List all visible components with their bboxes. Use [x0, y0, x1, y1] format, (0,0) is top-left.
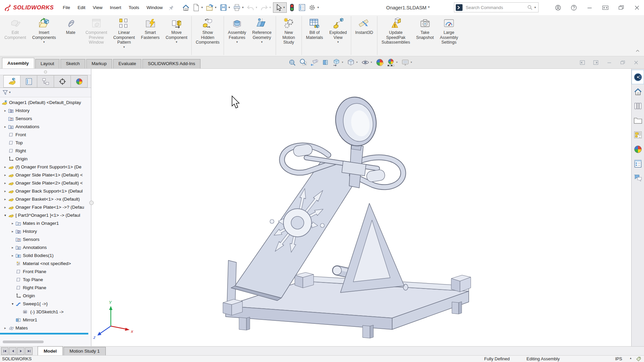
- vieworient-button[interactable]: ▾: [332, 58, 344, 67]
- open-button[interactable]: ▾: [205, 2, 218, 13]
- tree-expand-arrow[interactable]: ▸: [10, 229, 15, 233]
- tab-nav-prev-button[interactable]: [9, 347, 16, 355]
- tag-icon[interactable]: [636, 356, 641, 361]
- tab-layout[interactable]: Layout: [35, 59, 60, 68]
- displaystyle-button[interactable]: ▾: [346, 58, 359, 67]
- show-hidden-components-button[interactable]: ShowHiddenComponents: [193, 15, 223, 56]
- tree-filter-bar[interactable]: ▾: [0, 88, 91, 97]
- panel-tab-displaymanager[interactable]: [71, 75, 88, 88]
- tree-hscrollbar-thumb[interactable]: [3, 341, 44, 343]
- pin-menu-icon[interactable]: [168, 5, 174, 11]
- taskpane-sw-resources-button[interactable]: [632, 70, 644, 84]
- taskpane-file-explorer-button[interactable]: [632, 113, 644, 127]
- linear-component-pattern-button[interactable]: LinearComponentPattern▾: [110, 15, 138, 56]
- tree-item[interactable]: Top Plane: [0, 275, 91, 283]
- restore-button[interactable]: [617, 4, 625, 11]
- menu-edit[interactable]: Edit: [74, 0, 89, 15]
- tree-item[interactable]: ▸History: [0, 227, 91, 235]
- mate-button[interactable]: Mate: [59, 15, 83, 56]
- tree-item[interactable]: ▾Sweep1{ ->}: [0, 300, 91, 308]
- tree-expand-arrow[interactable]: ▸: [3, 326, 8, 330]
- zoomarea-button[interactable]: [298, 58, 308, 67]
- tab-motion-study-1[interactable]: Motion Study 1: [63, 347, 106, 355]
- help-button[interactable]: [570, 4, 578, 11]
- tree-item[interactable]: Material <not specified>: [0, 259, 91, 267]
- tree-expand-arrow[interactable]: ▸: [3, 109, 8, 112]
- undo-button[interactable]: ▾: [246, 2, 259, 13]
- tree-item[interactable]: ▸AAnnotations: [0, 122, 91, 131]
- insert-components-button[interactable]: InsertComponents▾: [29, 15, 59, 56]
- scene-dropdown-caret[interactable]: ▾: [396, 61, 398, 64]
- ribbon-dropdown-caret[interactable]: ▾: [123, 46, 125, 49]
- tree-expand-arrow[interactable]: ▸: [3, 181, 8, 185]
- selectarrow-button[interactable]: ▾: [273, 2, 287, 13]
- tree-item[interactable]: ▸History: [0, 106, 91, 114]
- print-dropdown-caret[interactable]: ▾: [242, 6, 244, 9]
- tree-item[interactable]: ▾[ Part3^Onager1 ]<1> -> (Defaul: [0, 211, 91, 219]
- large-assembly-settings-button[interactable]: LargeAssemblySettings: [437, 15, 461, 56]
- taskpane-custom-properties-button[interactable]: [632, 156, 644, 171]
- tree-item[interactable]: ▸Onager Face Plate<1> ->? (Defau: [0, 203, 91, 211]
- exploded-view-button[interactable]: ExplodedView▾: [326, 15, 350, 56]
- zoomfit-button[interactable]: [287, 58, 297, 67]
- redo-dropdown-caret[interactable]: ▾: [269, 6, 271, 9]
- tree-expand-arrow[interactable]: ▸: [3, 173, 8, 177]
- docwin-close-button[interactable]: [633, 59, 639, 66]
- ribbon-dropdown-caret[interactable]: ▾: [236, 41, 238, 44]
- taskpane-comments-button[interactable]: [632, 171, 644, 185]
- tree-expand-arrow[interactable]: ▸: [3, 125, 8, 128]
- smart-fasteners-button[interactable]: SmartFasteners: [138, 15, 163, 56]
- taskpane-appearances-button[interactable]: [632, 142, 644, 156]
- tree-expand-arrow[interactable]: ▸: [3, 197, 8, 201]
- tree-item[interactable]: ▸Mates in Onager1: [0, 219, 91, 227]
- units-selector[interactable]: IPS: [615, 356, 622, 361]
- move-component-button[interactable]: MoveComponent▾: [163, 15, 190, 56]
- tree-item[interactable]: ▸Onager Side Plate<2> (Default) <: [0, 179, 91, 187]
- tab-nav-last-button[interactable]: [25, 347, 33, 355]
- tree-item[interactable]: Top: [0, 139, 91, 147]
- billof-materials-button[interactable]: Bill ofMaterials: [303, 15, 326, 56]
- tab-sketch[interactable]: Sketch: [60, 59, 85, 68]
- search-icon[interactable]: [526, 4, 533, 11]
- undo-dropdown-caret[interactable]: ▾: [256, 6, 258, 9]
- displaystyle-dropdown-caret[interactable]: ▾: [356, 61, 358, 64]
- docwin-pane-right-button[interactable]: [593, 59, 599, 66]
- traffic-button[interactable]: [287, 2, 297, 13]
- graphics-viewport[interactable]: Y x z: [91, 69, 631, 346]
- tree-expand-arrow[interactable]: ▾: [3, 213, 8, 217]
- ribbon-collapse-icon[interactable]: [635, 49, 640, 53]
- taskpane-design-library-button[interactable]: [632, 99, 644, 113]
- docwin-pane-left-button[interactable]: [579, 59, 586, 66]
- tab-assembly[interactable]: Assembly: [2, 58, 34, 68]
- save-button[interactable]: ▾: [219, 2, 232, 13]
- filter-caret[interactable]: ▾: [9, 91, 11, 94]
- tree-item[interactable]: 3D(-) 3DSketch1 ->: [0, 308, 91, 316]
- menu-insert[interactable]: Insert: [106, 0, 125, 15]
- tree-expand-arrow[interactable]: ▸: [10, 246, 15, 249]
- units-caret[interactable]: ▴: [630, 356, 632, 360]
- tree-item[interactable]: Onager1 (Default) <Default_Display: [0, 98, 91, 106]
- instant3d-button[interactable]: Instant3D: [352, 15, 376, 56]
- tree-item[interactable]: Right: [0, 147, 91, 155]
- print-button[interactable]: ▾: [232, 2, 245, 13]
- docwin-restore-button[interactable]: [619, 59, 626, 66]
- open-dropdown-caret[interactable]: ▾: [215, 6, 217, 9]
- prevview-button[interactable]: [310, 58, 319, 67]
- save-dropdown-caret[interactable]: ▾: [229, 6, 230, 9]
- menu-file[interactable]: File: [59, 0, 74, 15]
- tree-item[interactable]: ▸Onager Back Support<1> (Defaul: [0, 187, 91, 195]
- menu-view[interactable]: View: [89, 0, 106, 15]
- tree-expand-arrow[interactable]: ▸: [3, 165, 8, 169]
- tree-item[interactable]: ▸(f) Onager Front Support<1> (De: [0, 163, 91, 171]
- assembly-features-button[interactable]: AssemblyFeatures▾: [225, 15, 249, 56]
- take-snapshot-button[interactable]: TakeSnapshot: [413, 15, 437, 56]
- menu-window[interactable]: Window: [143, 0, 166, 15]
- tree-item[interactable]: Front Plane: [0, 267, 91, 275]
- appearance-button[interactable]: [375, 58, 384, 67]
- tree-expand-arrow[interactable]: ▸: [10, 254, 15, 257]
- search-dropdown-caret[interactable]: ▾: [534, 6, 536, 9]
- reference-geometry-button[interactable]: ReferenceGeometry▾: [249, 15, 275, 56]
- redo-button[interactable]: ▾: [259, 2, 273, 13]
- minimize-button[interactable]: [586, 4, 593, 11]
- tree-item[interactable]: Sensors: [0, 235, 91, 243]
